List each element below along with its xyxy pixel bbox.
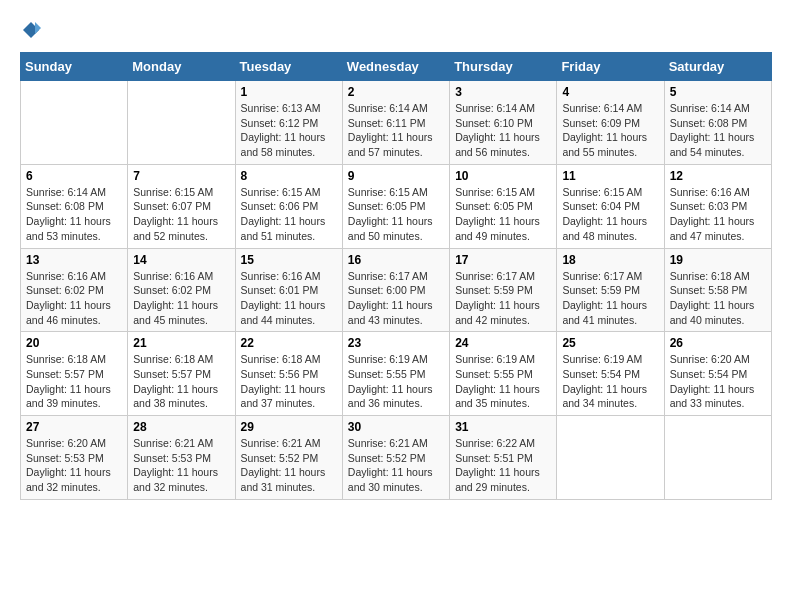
calendar-cell: 2Sunrise: 6:14 AMSunset: 6:11 PMDaylight… — [342, 81, 449, 165]
day-number: 29 — [241, 420, 337, 434]
calendar-cell: 25Sunrise: 6:19 AMSunset: 5:54 PMDayligh… — [557, 332, 664, 416]
day-number: 16 — [348, 253, 444, 267]
calendar-cell: 11Sunrise: 6:15 AMSunset: 6:04 PMDayligh… — [557, 164, 664, 248]
calendar-cell: 22Sunrise: 6:18 AMSunset: 5:56 PMDayligh… — [235, 332, 342, 416]
cell-info: Sunrise: 6:21 AMSunset: 5:52 PMDaylight:… — [348, 436, 444, 495]
header-row: SundayMondayTuesdayWednesdayThursdayFrid… — [21, 53, 772, 81]
cell-info: Sunrise: 6:14 AMSunset: 6:08 PMDaylight:… — [26, 185, 122, 244]
calendar-cell — [128, 81, 235, 165]
day-number: 27 — [26, 420, 122, 434]
day-number: 17 — [455, 253, 551, 267]
header-saturday: Saturday — [664, 53, 771, 81]
calendar-cell — [557, 416, 664, 500]
day-number: 4 — [562, 85, 658, 99]
cell-info: Sunrise: 6:19 AMSunset: 5:55 PMDaylight:… — [348, 352, 444, 411]
calendar-cell: 8Sunrise: 6:15 AMSunset: 6:06 PMDaylight… — [235, 164, 342, 248]
header-sunday: Sunday — [21, 53, 128, 81]
day-number: 24 — [455, 336, 551, 350]
cell-info: Sunrise: 6:20 AMSunset: 5:53 PMDaylight:… — [26, 436, 122, 495]
day-number: 22 — [241, 336, 337, 350]
header-monday: Monday — [128, 53, 235, 81]
cell-info: Sunrise: 6:15 AMSunset: 6:05 PMDaylight:… — [348, 185, 444, 244]
cell-info: Sunrise: 6:22 AMSunset: 5:51 PMDaylight:… — [455, 436, 551, 495]
header-wednesday: Wednesday — [342, 53, 449, 81]
calendar-cell: 29Sunrise: 6:21 AMSunset: 5:52 PMDayligh… — [235, 416, 342, 500]
cell-info: Sunrise: 6:19 AMSunset: 5:54 PMDaylight:… — [562, 352, 658, 411]
calendar-cell: 4Sunrise: 6:14 AMSunset: 6:09 PMDaylight… — [557, 81, 664, 165]
day-number: 12 — [670, 169, 766, 183]
cell-info: Sunrise: 6:19 AMSunset: 5:55 PMDaylight:… — [455, 352, 551, 411]
day-number: 28 — [133, 420, 229, 434]
page-header — [20, 20, 772, 36]
day-number: 30 — [348, 420, 444, 434]
calendar-cell: 13Sunrise: 6:16 AMSunset: 6:02 PMDayligh… — [21, 248, 128, 332]
day-number: 5 — [670, 85, 766, 99]
calendar-cell: 26Sunrise: 6:20 AMSunset: 5:54 PMDayligh… — [664, 332, 771, 416]
cell-info: Sunrise: 6:21 AMSunset: 5:52 PMDaylight:… — [241, 436, 337, 495]
calendar-cell: 24Sunrise: 6:19 AMSunset: 5:55 PMDayligh… — [450, 332, 557, 416]
day-number: 14 — [133, 253, 229, 267]
day-number: 18 — [562, 253, 658, 267]
calendar-cell: 5Sunrise: 6:14 AMSunset: 6:08 PMDaylight… — [664, 81, 771, 165]
calendar-cell: 10Sunrise: 6:15 AMSunset: 6:05 PMDayligh… — [450, 164, 557, 248]
week-row-5: 27Sunrise: 6:20 AMSunset: 5:53 PMDayligh… — [21, 416, 772, 500]
cell-info: Sunrise: 6:18 AMSunset: 5:58 PMDaylight:… — [670, 269, 766, 328]
cell-info: Sunrise: 6:13 AMSunset: 6:12 PMDaylight:… — [241, 101, 337, 160]
cell-info: Sunrise: 6:15 AMSunset: 6:07 PMDaylight:… — [133, 185, 229, 244]
cell-info: Sunrise: 6:16 AMSunset: 6:02 PMDaylight:… — [133, 269, 229, 328]
cell-info: Sunrise: 6:15 AMSunset: 6:04 PMDaylight:… — [562, 185, 658, 244]
header-tuesday: Tuesday — [235, 53, 342, 81]
day-number: 20 — [26, 336, 122, 350]
calendar-cell: 27Sunrise: 6:20 AMSunset: 5:53 PMDayligh… — [21, 416, 128, 500]
cell-info: Sunrise: 6:16 AMSunset: 6:01 PMDaylight:… — [241, 269, 337, 328]
day-number: 23 — [348, 336, 444, 350]
cell-info: Sunrise: 6:16 AMSunset: 6:03 PMDaylight:… — [670, 185, 766, 244]
cell-info: Sunrise: 6:18 AMSunset: 5:56 PMDaylight:… — [241, 352, 337, 411]
day-number: 7 — [133, 169, 229, 183]
logo-icon — [21, 20, 41, 40]
day-number: 13 — [26, 253, 122, 267]
day-number: 21 — [133, 336, 229, 350]
day-number: 19 — [670, 253, 766, 267]
calendar-cell: 14Sunrise: 6:16 AMSunset: 6:02 PMDayligh… — [128, 248, 235, 332]
svg-marker-1 — [35, 22, 41, 34]
cell-info: Sunrise: 6:18 AMSunset: 5:57 PMDaylight:… — [26, 352, 122, 411]
calendar-cell: 7Sunrise: 6:15 AMSunset: 6:07 PMDaylight… — [128, 164, 235, 248]
calendar-cell: 18Sunrise: 6:17 AMSunset: 5:59 PMDayligh… — [557, 248, 664, 332]
cell-info: Sunrise: 6:14 AMSunset: 6:10 PMDaylight:… — [455, 101, 551, 160]
calendar-cell: 12Sunrise: 6:16 AMSunset: 6:03 PMDayligh… — [664, 164, 771, 248]
week-row-2: 6Sunrise: 6:14 AMSunset: 6:08 PMDaylight… — [21, 164, 772, 248]
week-row-4: 20Sunrise: 6:18 AMSunset: 5:57 PMDayligh… — [21, 332, 772, 416]
day-number: 3 — [455, 85, 551, 99]
day-number: 9 — [348, 169, 444, 183]
day-number: 2 — [348, 85, 444, 99]
day-number: 25 — [562, 336, 658, 350]
day-number: 8 — [241, 169, 337, 183]
calendar-cell — [664, 416, 771, 500]
calendar-cell: 23Sunrise: 6:19 AMSunset: 5:55 PMDayligh… — [342, 332, 449, 416]
day-number: 10 — [455, 169, 551, 183]
calendar-cell: 1Sunrise: 6:13 AMSunset: 6:12 PMDaylight… — [235, 81, 342, 165]
day-number: 26 — [670, 336, 766, 350]
calendar-cell: 20Sunrise: 6:18 AMSunset: 5:57 PMDayligh… — [21, 332, 128, 416]
day-number: 11 — [562, 169, 658, 183]
calendar-cell: 6Sunrise: 6:14 AMSunset: 6:08 PMDaylight… — [21, 164, 128, 248]
day-number: 6 — [26, 169, 122, 183]
calendar-cell: 21Sunrise: 6:18 AMSunset: 5:57 PMDayligh… — [128, 332, 235, 416]
cell-info: Sunrise: 6:14 AMSunset: 6:08 PMDaylight:… — [670, 101, 766, 160]
calendar-cell: 28Sunrise: 6:21 AMSunset: 5:53 PMDayligh… — [128, 416, 235, 500]
calendar-cell: 19Sunrise: 6:18 AMSunset: 5:58 PMDayligh… — [664, 248, 771, 332]
cell-info: Sunrise: 6:15 AMSunset: 6:06 PMDaylight:… — [241, 185, 337, 244]
cell-info: Sunrise: 6:14 AMSunset: 6:09 PMDaylight:… — [562, 101, 658, 160]
calendar-cell: 17Sunrise: 6:17 AMSunset: 5:59 PMDayligh… — [450, 248, 557, 332]
cell-info: Sunrise: 6:20 AMSunset: 5:54 PMDaylight:… — [670, 352, 766, 411]
cell-info: Sunrise: 6:16 AMSunset: 6:02 PMDaylight:… — [26, 269, 122, 328]
week-row-1: 1Sunrise: 6:13 AMSunset: 6:12 PMDaylight… — [21, 81, 772, 165]
cell-info: Sunrise: 6:17 AMSunset: 6:00 PMDaylight:… — [348, 269, 444, 328]
calendar-cell — [21, 81, 128, 165]
cell-info: Sunrise: 6:15 AMSunset: 6:05 PMDaylight:… — [455, 185, 551, 244]
header-friday: Friday — [557, 53, 664, 81]
calendar-cell: 15Sunrise: 6:16 AMSunset: 6:01 PMDayligh… — [235, 248, 342, 332]
calendar-cell: 9Sunrise: 6:15 AMSunset: 6:05 PMDaylight… — [342, 164, 449, 248]
logo — [20, 20, 42, 36]
